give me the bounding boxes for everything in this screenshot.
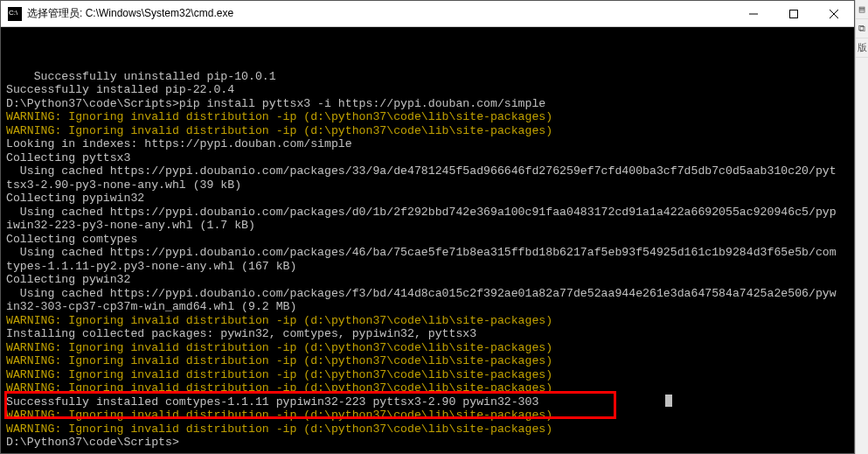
terminal-line: Successfully installed pip-22.0.4 (6, 83, 849, 97)
terminal-line: WARNING: Ignoring invalid distribution -… (6, 314, 849, 328)
cmd-icon (8, 7, 22, 21)
close-icon (830, 10, 838, 18)
terminal-line: D:\Python37\code\Scripts>pip install pyt… (6, 97, 849, 111)
terminal-line: D:\Python37\code\Scripts> (6, 436, 849, 450)
terminal-line: Using cached https://pypi.doubanio.com/p… (6, 206, 849, 220)
minimize-icon (749, 10, 758, 18)
maximize-icon (789, 10, 798, 18)
terminal-line: WARNING: Ignoring invalid distribution -… (6, 341, 849, 355)
window-controls (733, 1, 854, 27)
terminal-line: WARNING: Ignoring invalid distribution -… (6, 409, 849, 423)
terminal-line: iwin32-223-py3-none-any.whl (1.7 kB) (6, 219, 849, 233)
terminal-line: Collecting comtypes (6, 233, 849, 247)
terminal-line: Looking in indexes: https://pypi.douban.… (6, 137, 849, 151)
maximize-button[interactable] (774, 1, 814, 27)
terminal-line: Successfully installed comtypes-1.1.11 p… (6, 395, 849, 409)
terminal-line: WARNING: Ignoring invalid distribution -… (6, 110, 849, 124)
right-sidebar: ▤ ⧉ 版 (855, 0, 868, 454)
terminal-line: tsx3-2.90-py3-none-any.whl (39 kB) (6, 178, 849, 192)
terminal-line: types-1.1.11-py2.py3-none-any.whl (167 k… (6, 260, 849, 274)
terminal-line: WARNING: Ignoring invalid distribution -… (6, 381, 849, 395)
terminal-output[interactable]: Successfully uninstalled pip-10.0.1Succe… (1, 27, 854, 453)
terminal-line: in32-303-cp37-cp37m-win_amd64.whl (9.2 M… (6, 300, 849, 314)
svg-rect-1 (790, 10, 798, 17)
terminal-line: Installing collected packages: pywin32, … (6, 327, 849, 341)
minimize-button[interactable] (733, 1, 774, 27)
terminal-line: Successfully uninstalled pip-10.0.1 (6, 70, 849, 84)
terminal-line: Using cached https://pypi.doubanio.com/p… (6, 164, 849, 178)
sidebar-icon-3[interactable]: 版 (856, 38, 868, 58)
terminal-line: Collecting pypiwin32 (6, 192, 849, 206)
terminal-line: Using cached https://pypi.doubanio.com/p… (6, 246, 849, 260)
terminal-line: Collecting pyttsx3 (6, 151, 849, 165)
close-button[interactable] (814, 1, 854, 27)
titlebar[interactable]: 选择管理员: C:\Windows\System32\cmd.exe (1, 1, 854, 27)
terminal-line: WARNING: Ignoring invalid distribution -… (6, 368, 849, 382)
terminal-line: WARNING: Ignoring invalid distribution -… (6, 124, 849, 138)
terminal-line: Using cached https://pypi.doubanio.com/p… (6, 287, 849, 301)
terminal-line: WARNING: Ignoring invalid distribution -… (6, 354, 849, 368)
window-title: 选择管理员: C:\Windows\System32\cmd.exe (27, 6, 733, 21)
text-cursor (665, 395, 672, 407)
cmd-window: 选择管理员: C:\Windows\System32\cmd.exe Succe… (0, 0, 855, 454)
sidebar-icon-2[interactable]: ⧉ (856, 19, 868, 38)
terminal-line: WARNING: Ignoring invalid distribution -… (6, 423, 849, 437)
terminal-line: Collecting pywin32 (6, 273, 849, 287)
sidebar-icon-1[interactable]: ▤ (856, 0, 868, 19)
